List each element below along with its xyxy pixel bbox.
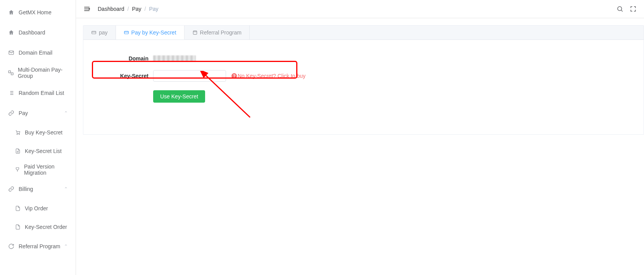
key-secret-label: Key-Secret: [107, 73, 153, 79]
link-icon: [8, 186, 15, 192]
card-icon: [91, 30, 97, 35]
tab-label: Referral Program: [200, 29, 242, 36]
sidebar-item-label: Domain Email: [19, 50, 52, 56]
sidebar-item-label: Paid Version Migration: [24, 163, 68, 176]
main-card: pay Pay by Key-Secret Referral Program: [83, 25, 644, 135]
sidebar-item-domain-email[interactable]: Domain Email: [0, 43, 76, 63]
sidebar-item-key-secret-list[interactable]: Key-Secret List: [0, 142, 76, 160]
breadcrumb-separator: /: [145, 6, 146, 12]
sidebar-item-label: Dashboard: [19, 29, 45, 36]
hint-text: No Key-Secret? Click to buy: [238, 73, 306, 79]
tab-label: Pay by Key-Secret: [131, 29, 176, 36]
card-icon: [124, 30, 129, 35]
tab-label: pay: [99, 29, 108, 36]
link-icon: [8, 110, 15, 117]
sidebar-item-pay[interactable]: Pay ⌃: [0, 103, 76, 123]
refresh-icon: [8, 243, 15, 250]
form-row-submit: Use Key-Secret: [107, 90, 620, 103]
form-row-domain: Domain: [107, 55, 620, 62]
sidebar-item-label: Vip Order: [25, 205, 48, 211]
breadcrumb: Dashboard / Pay / Pay: [98, 6, 159, 12]
tab-referral-program[interactable]: Referral Program: [185, 26, 250, 40]
search-button[interactable]: [616, 5, 624, 13]
sidebar-item-referral[interactable]: Referral Program ⌃: [0, 236, 76, 256]
sidebar-item-label: Pay: [19, 110, 28, 116]
sidebar-item-label: Multi-Domain Pay-Group: [18, 67, 68, 79]
document-icon: [15, 224, 21, 230]
home-icon: [8, 9, 15, 16]
sidebar-pay-submenu: Buy Key-Secret Key-Secret List Paid Vers…: [0, 123, 76, 179]
sidebar-item-multi-domain[interactable]: Multi-Domain Pay-Group: [0, 63, 76, 83]
key-secret-input[interactable]: [153, 70, 226, 82]
chevron-up-icon: ⌃: [64, 186, 68, 192]
domain-label: Domain: [107, 55, 153, 62]
sidebar-item-vip-order[interactable]: Vip Order: [0, 199, 76, 218]
svg-rect-2: [11, 73, 13, 75]
tab-pay-by-key-secret[interactable]: Pay by Key-Secret: [116, 26, 185, 40]
sidebar-item-buy-key-secret[interactable]: Buy Key-Secret: [0, 123, 76, 142]
svg-point-4: [19, 134, 20, 135]
svg-rect-7: [124, 31, 128, 34]
sidebar-item-home[interactable]: GetMX Home: [0, 2, 76, 22]
calendar-icon: [192, 30, 198, 35]
sidebar-item-billing[interactable]: Billing ⌃: [0, 179, 76, 199]
sidebar-item-label: Buy Key-Secret: [25, 129, 62, 136]
chevron-up-icon: ⌃: [64, 244, 68, 249]
svg-point-5: [618, 7, 622, 11]
form-row-key-secret: Key-Secret ? No Key-Secret? Click to buy: [107, 70, 620, 82]
question-icon: ?: [231, 73, 237, 79]
sidebar-billing-submenu: Vip Order Key-Secret Order: [0, 199, 76, 236]
sidebar-item-label: Referral Program: [19, 243, 60, 249]
sidebar: GetMX Home Dashboard Domain Email Multi-…: [0, 0, 76, 275]
menu-toggle-button[interactable]: [83, 5, 91, 13]
sidebar-item-label: Billing: [19, 186, 33, 192]
sidebar-item-random-email[interactable]: Random Email List: [0, 83, 76, 103]
svg-rect-6: [92, 31, 96, 34]
sidebar-item-label: Key-Secret List: [25, 148, 62, 154]
no-key-secret-link[interactable]: ? No Key-Secret? Click to buy: [231, 73, 306, 79]
tabs: pay Pay by Key-Secret Referral Program: [83, 26, 644, 40]
sidebar-item-key-secret-order[interactable]: Key-Secret Order: [0, 218, 76, 236]
chevron-up-icon: ⌃: [64, 110, 68, 116]
form-area: Domain Key-Secret ? No Key-Secret? Click…: [83, 40, 644, 134]
fullscreen-button[interactable]: [629, 5, 637, 13]
sidebar-item-dashboard[interactable]: Dashboard: [0, 22, 76, 43]
list-icon: [8, 89, 15, 96]
breadcrumb-item-current: Pay: [149, 6, 158, 12]
tab-pay[interactable]: pay: [83, 26, 116, 40]
svg-rect-1: [9, 71, 10, 73]
domain-value-redacted: [153, 55, 196, 62]
breadcrumb-item[interactable]: Dashboard: [98, 6, 124, 12]
document-icon: [15, 148, 21, 154]
cart-icon: [15, 129, 21, 136]
sidebar-item-paid-migration[interactable]: Paid Version Migration: [0, 160, 76, 179]
sidebar-item-label: Random Email List: [19, 90, 64, 96]
sidebar-item-label: GetMX Home: [19, 9, 52, 15]
topbar: Dashboard / Pay / Pay: [76, 0, 644, 18]
mail-icon: [8, 49, 15, 56]
home-icon: [8, 29, 15, 36]
migrate-icon: [15, 167, 20, 173]
breadcrumb-separator: /: [128, 6, 129, 12]
svg-point-3: [17, 134, 17, 135]
document-icon: [15, 205, 21, 211]
svg-rect-8: [193, 31, 197, 34]
group-icon: [8, 69, 14, 76]
use-key-secret-button[interactable]: Use Key-Secret: [153, 90, 205, 103]
breadcrumb-item[interactable]: Pay: [132, 6, 141, 12]
sidebar-item-label: Key-Secret Order: [25, 224, 67, 230]
